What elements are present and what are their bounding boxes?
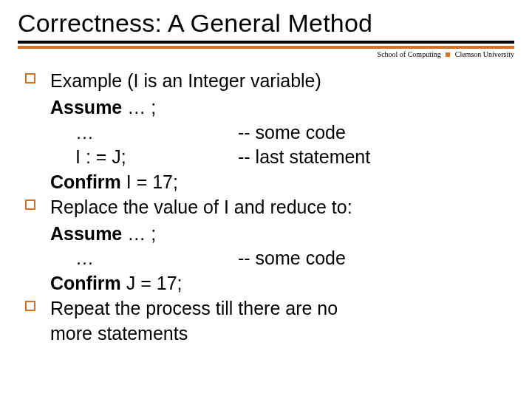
code-comment: -- last statement: [238, 145, 514, 170]
bullet-icon: [25, 200, 35, 210]
code-comment: -- some code: [238, 120, 514, 146]
bullet-2-sub: Assume … ; … -- some code Confirm J = 17…: [18, 222, 514, 296]
bullet-1-text: Example (I is an Integer variable): [50, 70, 321, 91]
confirm-rest: I = 17;: [121, 171, 178, 192]
affil-right: Clemson University: [455, 50, 514, 58]
bullet-2-text: Replace the value of I and reduce to:: [50, 197, 352, 217]
bullet-1-sub: Assume … ; … -- some code I : = J; -- la…: [18, 95, 514, 195]
bullet-icon: [25, 301, 35, 311]
title-rule: [18, 41, 514, 49]
assume-kw: Assume: [50, 223, 122, 244]
confirm-rest: J = 17;: [121, 273, 183, 293]
confirm-kw: Confirm: [50, 273, 121, 293]
code-row-2: I : = J; -- last statement: [50, 145, 514, 170]
assume-rest: … ;: [122, 223, 156, 244]
code-row-1: … -- some code: [50, 246, 514, 271]
code-left: I : = J;: [75, 145, 238, 170]
affiliation: School of Computing Clemson University: [18, 50, 514, 58]
affil-left: School of Computing: [378, 50, 441, 58]
confirm-line: Confirm I = 17;: [50, 170, 514, 195]
assume-line: Assume … ;: [50, 222, 514, 247]
confirm-line: Confirm J = 17;: [50, 271, 514, 296]
confirm-kw: Confirm: [50, 171, 121, 192]
slide-body: Example (I is an Integer variable) Assum…: [18, 69, 514, 346]
bullet-3-line2: more statements: [50, 323, 188, 344]
assume-rest: … ;: [122, 97, 156, 117]
code-left: …: [75, 246, 238, 271]
code-left: …: [75, 120, 238, 146]
bullet-2: Replace the value of I and reduce to:: [18, 195, 514, 220]
slide: Correctness: A General Method School of …: [0, 0, 532, 399]
code-comment: -- some code: [238, 246, 514, 271]
bullet-3: Repeat the process till there are no mor…: [18, 296, 514, 347]
bullet-icon: [25, 73, 35, 83]
square-icon: [446, 52, 450, 57]
bullet-3-line1: Repeat the process till there are no: [50, 298, 338, 318]
slide-title: Correctness: A General Method: [18, 9, 514, 38]
code-row-1: … -- some code: [50, 120, 514, 146]
bullet-1: Example (I is an Integer variable): [18, 69, 514, 94]
assume-kw: Assume: [50, 97, 122, 117]
assume-line: Assume … ;: [50, 95, 514, 120]
